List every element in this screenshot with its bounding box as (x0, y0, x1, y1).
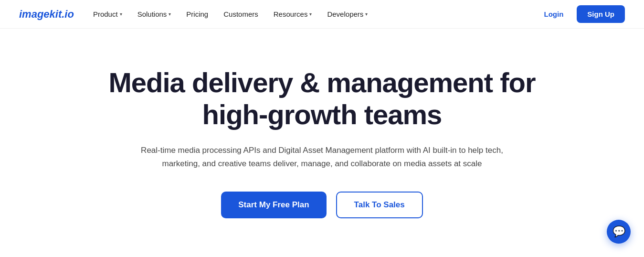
hero-section: Media delivery & management for high-gro… (60, 29, 585, 247)
login-button[interactable]: Login (538, 6, 570, 22)
nav-item-product[interactable]: Product ▾ (93, 10, 122, 18)
hero-title-line2: high-growth teams (202, 99, 442, 130)
hero-title: Media delivery & management for high-gro… (108, 67, 535, 130)
chevron-down-icon: ▾ (309, 11, 312, 17)
chevron-down-icon: ▾ (365, 11, 368, 17)
chat-icon: 💬 (612, 225, 625, 238)
hero-subtitle: Real-time media processing APIs and Digi… (136, 144, 508, 171)
chat-bubble-button[interactable]: 💬 (607, 220, 631, 244)
nav-item-developers[interactable]: Developers ▾ (327, 10, 368, 18)
nav-label-developers: Developers (327, 10, 363, 18)
nav-label-customers: Customers (223, 10, 258, 18)
signup-button[interactable]: Sign Up (577, 5, 625, 23)
nav-links: Product ▾ Solutions ▾ Pricing Customers … (93, 10, 538, 18)
talk-to-sales-button[interactable]: Talk To Sales (336, 192, 423, 218)
nav-label-resources: Resources (274, 10, 308, 18)
nav-label-solutions: Solutions (137, 10, 167, 18)
nav-label-product: Product (93, 10, 118, 18)
nav-item-solutions[interactable]: Solutions ▾ (137, 10, 171, 18)
nav-actions: Login Sign Up (538, 5, 625, 23)
hero-buttons: Start My Free Plan Talk To Sales (221, 192, 422, 218)
start-free-plan-button[interactable]: Start My Free Plan (221, 192, 326, 218)
nav-item-pricing[interactable]: Pricing (186, 10, 208, 18)
navbar: imagekit.io Product ▾ Solutions ▾ Pricin… (0, 0, 644, 29)
nav-item-resources[interactable]: Resources ▾ (274, 10, 312, 18)
nav-label-pricing: Pricing (186, 10, 208, 18)
logo[interactable]: imagekit.io (19, 8, 74, 21)
chevron-down-icon: ▾ (120, 11, 122, 17)
hero-title-line1: Media delivery & management for (108, 67, 535, 98)
nav-item-customers[interactable]: Customers (223, 10, 258, 18)
chevron-down-icon: ▾ (169, 11, 171, 17)
